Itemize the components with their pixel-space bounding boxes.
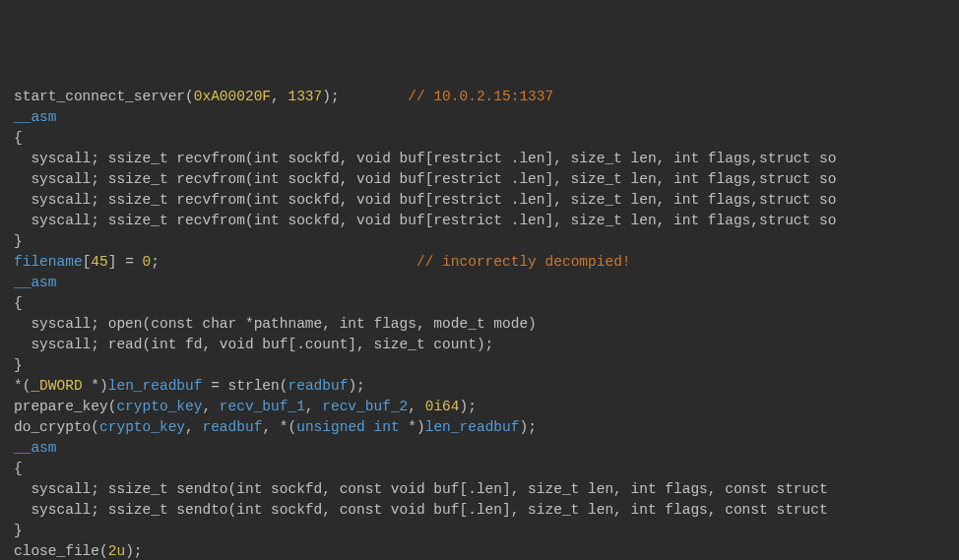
func-call: do_crypto	[14, 419, 91, 435]
comment: // incorrectly decompied!	[416, 254, 631, 270]
syscall-line: syscall; ssize_t sendto(int sockfd, cons…	[14, 502, 836, 518]
code-line-2: __asm	[14, 107, 959, 128]
hex-literal: 0xA00020F	[194, 89, 271, 104]
cast-type: _DWORD	[31, 378, 82, 394]
asm-keyword: __asm	[14, 275, 57, 290]
code-line-17: do_crypto(crypto_key, readbuf, *(unsigne…	[14, 417, 959, 438]
code-line-1: start_connect_server(0xA00020F, 1337); /…	[14, 87, 959, 107]
code-line-5: syscall; ssize_t recvfrom(int sockfd, vo…	[14, 169, 959, 190]
brace-close: }	[14, 523, 23, 538]
code-line-9: filename[45] = 0; // incorrectly decompi…	[14, 252, 959, 273]
code-editor[interactable]: start_connect_server(0xA00020F, 1337); /…	[14, 87, 959, 560]
number-literal: 1337	[288, 89, 322, 104]
syscall-line: syscall; read(int fd, void buf[.count], …	[14, 337, 493, 352]
code-line-11: {	[14, 293, 959, 314]
func-call: strlen	[228, 378, 280, 394]
func-call: close_file	[14, 543, 99, 559]
brace-open: {	[14, 130, 23, 146]
number-literal: 2u	[108, 543, 125, 559]
arg-name: recv_buf_2	[322, 399, 408, 414]
index-literal: 45	[91, 254, 107, 270]
func-call: start_connect_server	[14, 89, 185, 104]
arg-name: readbuf	[202, 419, 262, 435]
func-call: prepare_key	[14, 399, 108, 414]
brace-close: }	[14, 233, 23, 249]
arg-name: readbuf	[288, 378, 348, 394]
code-line-22: }	[14, 521, 959, 541]
cast-type: unsigned int	[296, 419, 399, 435]
syscall-line: syscall; ssize_t recvfrom(int sockfd, vo…	[14, 192, 836, 208]
variable-name: len_readbuf	[108, 378, 203, 394]
syscall-line: syscall; ssize_t recvfrom(int sockfd, vo…	[14, 171, 836, 187]
brace-close: }	[14, 357, 23, 373]
syscall-line: syscall; open(const char *pathname, int …	[14, 316, 537, 332]
variable-name: filename	[14, 254, 83, 270]
code-line-23: close_file(2u);	[14, 541, 959, 560]
code-line-19: {	[14, 459, 959, 479]
code-line-14: }	[14, 355, 959, 376]
code-line-20: syscall; ssize_t sendto(int sockfd, cons…	[14, 479, 959, 500]
code-line-4: syscall; ssize_t recvfrom(int sockfd, vo…	[14, 149, 959, 169]
brace-open: {	[14, 295, 23, 311]
value-literal: 0	[143, 254, 152, 270]
brace-open: {	[14, 461, 23, 476]
comment: // 10.0.2.15:1337	[408, 89, 553, 104]
code-line-12: syscall; open(const char *pathname, int …	[14, 314, 959, 335]
number-literal: 0i64	[425, 399, 460, 414]
code-line-8: }	[14, 231, 959, 252]
syscall-line: syscall; ssize_t sendto(int sockfd, cons…	[14, 481, 836, 497]
asm-keyword: __asm	[14, 440, 57, 456]
arg-name: crypto_key	[99, 419, 185, 435]
code-line-7: syscall; ssize_t recvfrom(int sockfd, vo…	[14, 211, 959, 231]
code-line-10: __asm	[14, 273, 959, 293]
arg-name: crypto_key	[116, 399, 202, 414]
code-line-21: syscall; ssize_t sendto(int sockfd, cons…	[14, 500, 959, 521]
arg-name: len_readbuf	[425, 419, 520, 435]
code-line-18: __asm	[14, 438, 959, 459]
code-line-15: *(_DWORD *)len_readbuf = strlen(readbuf)…	[14, 376, 959, 397]
code-line-3: {	[14, 128, 959, 149]
code-line-6: syscall; ssize_t recvfrom(int sockfd, vo…	[14, 190, 959, 211]
code-line-13: syscall; read(int fd, void buf[.count], …	[14, 335, 959, 355]
asm-keyword: __asm	[14, 109, 57, 125]
arg-name: recv_buf_1	[220, 399, 305, 414]
syscall-line: syscall; ssize_t recvfrom(int sockfd, vo…	[14, 213, 836, 228]
syscall-line: syscall; ssize_t recvfrom(int sockfd, vo…	[14, 151, 836, 166]
code-line-16: prepare_key(crypto_key, recv_buf_1, recv…	[14, 397, 959, 417]
